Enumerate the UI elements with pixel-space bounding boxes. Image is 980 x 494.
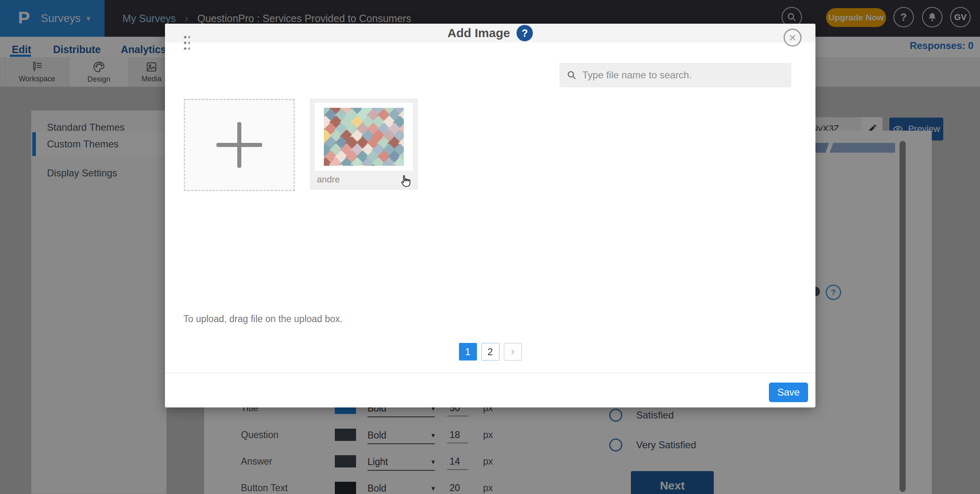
add-image-modal: Add Image ? × andre To upload, drag file — [165, 24, 815, 407]
file-search-input[interactable] — [581, 69, 771, 81]
modal-header: Add Image ? — [165, 24, 815, 42]
hand-cursor-icon — [399, 174, 413, 188]
upload-dropzone[interactable] — [184, 99, 295, 191]
app-root: P Surveys ▾ My Surveys › QuestionPro : S… — [0, 0, 980, 494]
file-search-box — [559, 63, 791, 87]
close-icon: × — [789, 31, 796, 45]
page-button-1[interactable]: 1 — [459, 343, 477, 360]
page-next-button[interactable]: › — [504, 343, 522, 360]
modal-help-icon[interactable]: ? — [517, 25, 533, 41]
modal-footer: Save — [165, 373, 815, 408]
save-button[interactable]: Save — [769, 383, 808, 402]
image-file-name: andre — [317, 174, 340, 185]
search-icon — [567, 70, 577, 80]
image-thumbnail — [315, 103, 413, 171]
chevron-right-icon: › — [511, 344, 515, 358]
mosaic-image — [324, 108, 404, 166]
image-file-card[interactable]: andre — [310, 99, 418, 189]
plus-icon — [216, 122, 262, 168]
pagination: 1 2 › — [165, 343, 815, 360]
upload-hint-text: To upload, drag file on the upload box. — [183, 314, 343, 325]
modal-title: Add Image — [448, 26, 510, 40]
drag-handle-icon[interactable] — [183, 34, 190, 51]
modal-close-button[interactable]: × — [784, 29, 802, 47]
page-button-2[interactable]: 2 — [481, 343, 499, 360]
